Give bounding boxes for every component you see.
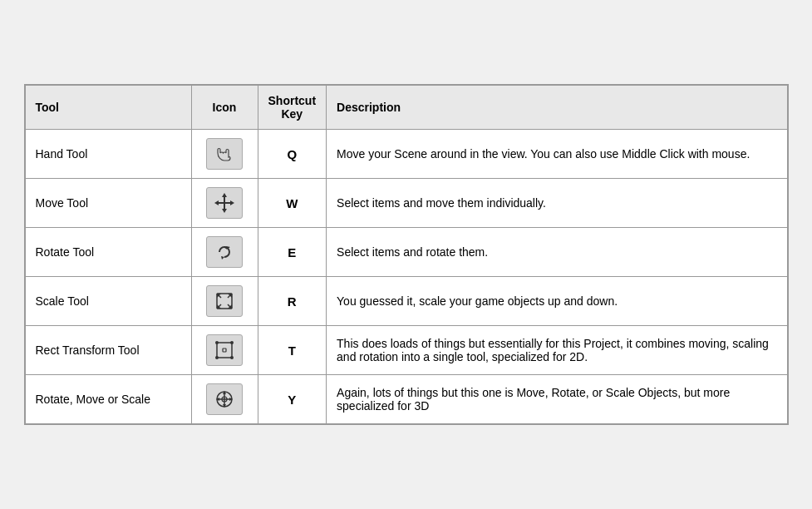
svg-point-19 (215, 341, 219, 344)
tool-name: Rotate Tool (25, 228, 191, 277)
tool-icon-cell (191, 277, 258, 326)
tool-description: You guessed it, scale your game objects … (327, 277, 787, 326)
table-header-row: Tool Icon Shortcut Key Description (25, 86, 787, 130)
svg-point-22 (230, 356, 234, 359)
tool-icon-cell (191, 326, 258, 375)
tool-description: Again, lots of things but this one is Mo… (327, 375, 787, 424)
tools-table-container: Tool Icon Shortcut Key Description Hand … (24, 84, 789, 425)
table-row: Rotate Tool ESelect items and rotate the… (25, 228, 787, 277)
shortcut-key: Y (258, 375, 327, 424)
shortcut-key: E (258, 228, 327, 277)
tool-name: Hand Tool (25, 130, 191, 179)
table-row: Rect Transform Tool TThis does loads of … (25, 326, 787, 375)
header-icon: Icon (191, 86, 258, 130)
tool-icon-cell (191, 130, 258, 179)
tool-description: Select items and move them individually. (327, 179, 787, 228)
header-tool: Tool (25, 86, 191, 130)
table-row: Hand Tool QMove your Scene around in the… (25, 130, 787, 179)
table-row: Move Tool WSelect items and move them in… (25, 179, 787, 228)
tools-table: Tool Icon Shortcut Key Description Hand … (25, 85, 788, 424)
tool-name: Scale Tool (25, 277, 191, 326)
tool-name: Rotate, Move or Scale (25, 375, 191, 424)
scale-icon (206, 285, 243, 317)
hand-icon (206, 138, 243, 170)
shortcut-key: R (258, 277, 327, 326)
move-icon (206, 187, 243, 219)
shortcut-key: W (258, 179, 327, 228)
tool-name: Move Tool (25, 179, 191, 228)
rotate-icon (206, 236, 243, 268)
svg-marker-4 (214, 200, 219, 205)
rect-transform-icon (206, 334, 243, 366)
shortcut-key: Q (258, 130, 327, 179)
table-row: Rotate, Move or Scale YAgain, lots of th… (25, 375, 787, 424)
tool-description: Move your Scene around in the view. You … (327, 130, 787, 179)
svg-marker-5 (230, 200, 234, 205)
svg-rect-17 (217, 343, 232, 358)
tool-icon-cell (191, 375, 258, 424)
tool-icon-cell (191, 179, 258, 228)
svg-point-21 (215, 356, 219, 359)
tool-icon-cell (191, 228, 258, 277)
svg-marker-6 (221, 256, 224, 259)
tool-name: Rect Transform Tool (25, 326, 191, 375)
header-description: Description (327, 86, 787, 130)
rotate-move-scale-icon (206, 383, 243, 415)
shortcut-key: T (258, 326, 327, 375)
table-row: Scale Tool RYou guessed it, scale your g… (25, 277, 787, 326)
svg-marker-3 (222, 209, 227, 213)
svg-marker-2 (222, 193, 227, 197)
header-shortcut: Shortcut Key (258, 86, 327, 130)
svg-point-20 (230, 341, 234, 344)
svg-rect-18 (223, 348, 226, 352)
tool-description: Select items and rotate them. (327, 228, 787, 277)
tool-description: This does loads of things but essentiall… (327, 326, 787, 375)
